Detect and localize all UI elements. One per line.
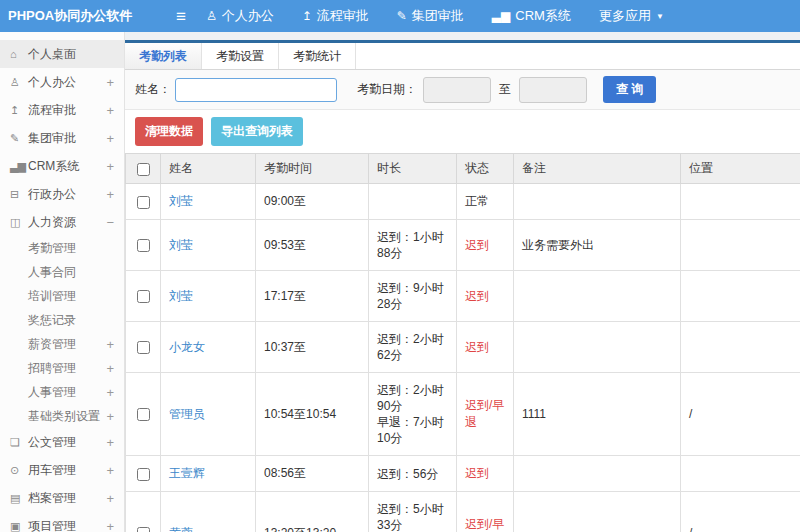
sidebar-item[interactable]: ▤ 档案管理 + <box>0 484 124 512</box>
employee-name-link[interactable]: 刘莹 <box>169 194 193 208</box>
late-duration-text: 迟到：56分 <box>377 466 448 482</box>
date-from-input[interactable] <box>423 77 491 103</box>
duration-cell: 迟到：2小时62分 <box>369 322 457 373</box>
hamburger-menu-icon[interactable]: ≡ <box>176 8 186 25</box>
expand-toggle-icon[interactable]: + <box>106 131 114 146</box>
sidebar-item[interactable]: ❏ 公文管理 + <box>0 428 124 456</box>
sidebar-item[interactable]: ⊟ 行政办公 + <box>0 180 124 208</box>
navbar-item[interactable]: 更多应用 ▼ <box>599 7 664 25</box>
navbar-item-label: 更多应用 <box>599 7 651 25</box>
expand-toggle-icon[interactable]: − <box>106 215 114 230</box>
app-logo: PHPOA协同办公软件 <box>0 7 136 25</box>
briefcase-icon: ⊟ <box>10 188 28 201</box>
clean-data-button[interactable]: 清理数据 <box>135 117 203 146</box>
sidebar-sub-item[interactable]: 人事管理 + <box>0 380 124 404</box>
workflow-icon: ↥ <box>10 104 28 117</box>
checkbox-cell <box>126 220 161 271</box>
row-checkbox[interactable] <box>137 290 150 303</box>
late-duration-text: 迟到：2小时62分 <box>377 331 448 363</box>
sidebar-item-label: 个人办公 <box>28 74 106 91</box>
row-checkbox[interactable] <box>137 341 150 354</box>
navbar-items: ♙ 个人办公 ↥ 流程审批 ✎ 集团审批 ▃▆ <box>206 7 692 25</box>
column-header-duration: 时长 <box>369 154 457 184</box>
chart-icon: ▃▆ <box>492 9 510 23</box>
status-cell: 迟到/早退 <box>457 373 514 456</box>
sidebar-item-label: 个人桌面 <box>28 46 114 63</box>
name-filter-input[interactable] <box>175 78 337 102</box>
employee-name-link[interactable]: 王壹辉 <box>169 466 205 480</box>
duration-cell: 迟到：5小时33分 早退：4小时67分 <box>369 492 457 532</box>
tab[interactable]: 考勤设置 <box>202 43 279 69</box>
location-cell <box>681 184 800 220</box>
employee-name-link[interactable]: 刘莹 <box>169 238 193 252</box>
select-all-checkbox[interactable] <box>137 163 150 176</box>
row-checkbox[interactable] <box>137 527 150 532</box>
sidebar-sub-item[interactable]: 考勤管理 <box>0 236 124 260</box>
sidebar-item-label: 公文管理 <box>28 434 106 451</box>
employee-name-link[interactable]: 刘莹 <box>169 289 193 303</box>
user-icon: ♙ <box>10 76 28 89</box>
row-checkbox[interactable] <box>137 239 150 252</box>
user-icon: ♙ <box>206 9 217 23</box>
name-cell: 小龙女 <box>161 322 256 373</box>
employee-name-link[interactable]: 黄蓉 <box>169 526 193 532</box>
tab[interactable]: 考勤列表 <box>125 43 202 69</box>
employee-name-link[interactable]: 小龙女 <box>169 340 205 354</box>
sidebar-sub-item[interactable]: 招聘管理 + <box>0 356 124 380</box>
sidebar-item[interactable]: ▃▆ CRM系统 + <box>0 152 124 180</box>
time-cell: 17:17至 <box>256 271 369 322</box>
sidebar-item[interactable]: ↥ 流程审批 + <box>0 96 124 124</box>
row-checkbox[interactable] <box>137 196 150 209</box>
navbar-item[interactable]: ↥ 流程审批 <box>302 7 369 25</box>
sidebar-sub-item[interactable]: 薪资管理 + <box>0 332 124 356</box>
note-cell: 业务需要外出 <box>514 220 681 271</box>
expand-toggle-icon[interactable]: + <box>106 75 114 90</box>
sidebar-item[interactable]: ⊙ 用车管理 + <box>0 456 124 484</box>
sidebar-item[interactable]: ⌂ 个人桌面 <box>0 40 124 68</box>
expand-toggle-icon[interactable]: + <box>106 187 114 202</box>
note-cell <box>514 492 681 532</box>
status-badge: 迟到 <box>465 289 489 303</box>
search-button[interactable]: 查 询 <box>603 76 656 103</box>
note-cell: 1111 <box>514 373 681 456</box>
expand-toggle-icon[interactable]: + <box>106 103 114 118</box>
status-badge: 迟到/早退 <box>465 517 504 532</box>
expand-toggle-icon[interactable]: + <box>106 385 114 400</box>
table-row: 黄蓉 13:20至13:20 迟到：5小时33分 早退：4小时67分 迟到/早退 <box>126 492 800 532</box>
edit-icon: ✎ <box>397 9 407 23</box>
sidebar-item[interactable]: ✎ 集团审批 + <box>0 124 124 152</box>
car-icon: ⊙ <box>10 464 28 477</box>
employee-name-link[interactable]: 管理员 <box>169 407 205 421</box>
sidebar-sub-item-label: 薪资管理 <box>28 336 106 353</box>
sidebar-sub-item[interactable]: 奖惩记录 <box>0 308 124 332</box>
row-checkbox[interactable] <box>137 408 150 421</box>
navbar-item[interactable]: ✎ 集团审批 <box>397 7 464 25</box>
status-cell: 迟到/早退 <box>457 492 514 532</box>
navbar-item[interactable]: ▃▆ CRM系统 <box>492 7 571 25</box>
navbar-item[interactable]: ♙ 个人办公 <box>206 7 274 25</box>
tab[interactable]: 考勤统计 <box>279 43 356 69</box>
late-duration-text: 迟到：2小时90分 <box>377 382 448 414</box>
expand-toggle-icon[interactable]: + <box>106 435 114 450</box>
row-checkbox[interactable] <box>137 468 150 481</box>
date-to-input[interactable] <box>519 77 587 103</box>
export-list-button[interactable]: 导出查询列表 <box>211 117 303 146</box>
sidebar-item[interactable]: ▣ 项目管理 + <box>0 512 124 532</box>
expand-toggle-icon[interactable]: + <box>106 361 114 376</box>
sidebar-item[interactable]: ◫ 人力资源 − <box>0 208 124 236</box>
sidebar-sub-item[interactable]: 培训管理 <box>0 284 124 308</box>
sidebar-item[interactable]: ♙ 个人办公 + <box>0 68 124 96</box>
location-cell <box>681 322 800 373</box>
sidebar-sub-item[interactable]: 基础类别设置 + <box>0 404 124 428</box>
sidebar-sub-item[interactable]: 人事合同 <box>0 260 124 284</box>
status-cell: 迟到 <box>457 220 514 271</box>
expand-toggle-icon[interactable]: + <box>106 409 114 424</box>
expand-toggle-icon[interactable]: + <box>106 519 114 532</box>
expand-toggle-icon[interactable]: + <box>106 337 114 352</box>
table-row: 小龙女 10:37至 迟到：2小时62分 迟到 <box>126 322 800 373</box>
expand-toggle-icon[interactable]: + <box>106 463 114 478</box>
duration-cell: 迟到：1小时88分 <box>369 220 457 271</box>
expand-toggle-icon[interactable]: + <box>106 159 114 174</box>
expand-toggle-icon[interactable]: + <box>106 491 114 506</box>
note-cell <box>514 322 681 373</box>
